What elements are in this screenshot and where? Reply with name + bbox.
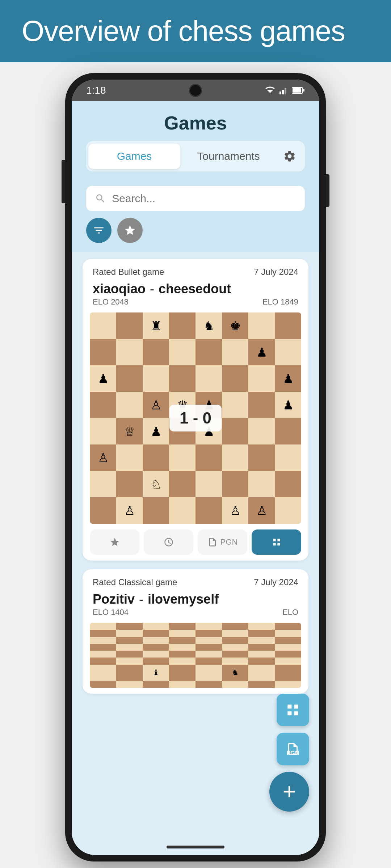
elo2: ELO 1849 [262, 297, 298, 307]
settings-button[interactable] [277, 143, 303, 169]
cell2-r0c6 [248, 623, 275, 630]
svg-rect-4 [285, 88, 286, 94]
elo1: ELO 2048 [93, 297, 258, 307]
favorites-button[interactable] [117, 218, 143, 243]
game-card-1[interactable]: Rated Bullet game 7 July 2024 xiaoqiao -… [83, 259, 308, 561]
cell-r1c7 [275, 339, 301, 365]
cell2-r1c7 [275, 630, 301, 637]
add-icon [280, 782, 299, 801]
clock-action-icon [164, 537, 174, 547]
cell-r2c6 [248, 365, 275, 392]
cell2-r3c5 [222, 644, 248, 651]
filter-area [72, 211, 319, 252]
fab-pgn-button[interactable]: PGN [277, 733, 309, 765]
cell2-r6c4 [196, 665, 222, 681]
cell-r6c5 [222, 471, 248, 497]
cell-r6c6 [248, 471, 275, 497]
cell-r3c1 [116, 392, 143, 418]
fab-container: PGN [269, 694, 309, 812]
cell-r6c1 [116, 471, 143, 497]
tab-games[interactable]: Games [88, 144, 180, 169]
cell-r5c2 [143, 444, 169, 471]
svg-rect-2 [279, 92, 281, 94]
cell-r5c7 [275, 444, 301, 471]
cell2-r5c0 [90, 658, 116, 664]
fab-board-button[interactable] [277, 694, 309, 726]
cell2-r0c1 [116, 623, 143, 630]
cell2-r4c0 [90, 651, 116, 658]
cell-r2c4 [196, 365, 222, 392]
cell-r0c3 [169, 312, 196, 339]
clock-action[interactable] [144, 529, 193, 555]
cell-r6c4 [196, 471, 222, 497]
cell-r1c0 [90, 339, 116, 365]
board-action[interactable] [252, 529, 301, 555]
cell2-r0c3 [169, 623, 196, 630]
cell-r1c5 [222, 339, 248, 365]
cell-r0c5: ♚ [222, 312, 248, 339]
cell-r2c0: ♟ [90, 365, 116, 392]
cell2-r5c2 [143, 658, 169, 664]
signal-icon [279, 86, 288, 94]
game-date-2: 7 July 2024 [254, 577, 298, 587]
status-bar: 1:18 [72, 80, 319, 101]
filter-icon [93, 224, 105, 237]
banner: Overview of chess games [0, 0, 391, 62]
cell2-r4c2 [143, 651, 169, 658]
board-view-icon [272, 537, 282, 547]
cell-r1c6: ♟ [248, 339, 275, 365]
player2-name: cheesedout [159, 281, 231, 297]
game-type-2: Rated Classical game [93, 577, 177, 587]
cell-r1c4 [196, 339, 222, 365]
tab-tournaments[interactable]: Tournaments [182, 144, 274, 169]
fab-add-button[interactable] [269, 772, 309, 812]
search-input[interactable] [112, 192, 296, 205]
cell2-r5c1 [116, 658, 143, 664]
tab-bar: Games Tournaments [86, 141, 305, 171]
cell-r3c6 [248, 392, 275, 418]
cell2-r1c6 [248, 630, 275, 637]
elo-row-2: ELO 1404 ELO [83, 607, 308, 623]
cell2-r2c1 [116, 637, 143, 644]
cell2-r4c5 [222, 651, 248, 658]
cell-r6c2: ♘ [143, 471, 169, 497]
search-icon [95, 192, 106, 205]
cell2-r1c0 [90, 630, 116, 637]
cell2-r3c7 [275, 644, 301, 651]
cell2-r2c2 [143, 637, 169, 644]
cell-r5c3 [169, 444, 196, 471]
cell2-r5c7 [275, 658, 301, 664]
app-title: Games [86, 112, 305, 134]
cell2-r6c6 [248, 665, 275, 681]
elo-row-1: ELO 2048 ELO 1849 [83, 297, 308, 312]
favorite-action[interactable] [90, 529, 139, 555]
wifi-icon [264, 86, 276, 94]
cell2-r7c1 [116, 681, 143, 688]
cell-r4c6 [248, 418, 275, 444]
cell-r2c3 [169, 365, 196, 392]
cell-r0c2: ♜ [143, 312, 169, 339]
cell-r0c0 [90, 312, 116, 339]
pgn-action[interactable]: PGN [198, 529, 247, 555]
banner-title: Overview of chess games [22, 14, 345, 48]
phone-wrapper: 1:18 [0, 62, 391, 861]
cell2-r6c1 [116, 665, 143, 681]
svg-marker-0 [267, 90, 273, 93]
cell2-r1c3 [169, 630, 196, 637]
search-bar [86, 186, 305, 211]
cell-r5c1 [116, 444, 143, 471]
cell2-r3c4 [196, 644, 222, 651]
filter-button[interactable] [86, 218, 112, 243]
cell2-r7c3 [169, 681, 196, 688]
player3-name: Pozitiv [93, 592, 135, 607]
cell-r6c3 [169, 471, 196, 497]
cell2-r1c2 [143, 630, 169, 637]
game-card-2[interactable]: Rated Classical game 7 July 2024 Pozitiv… [83, 569, 308, 694]
cell-r2c2 [143, 365, 169, 392]
cell2-r2c3 [169, 637, 196, 644]
cell2-r0c4 [196, 623, 222, 630]
cell2-r4c6 [248, 651, 275, 658]
cell2-r0c2 [143, 623, 169, 630]
cell2-r5c5 [222, 658, 248, 664]
cell-r1c3 [169, 339, 196, 365]
